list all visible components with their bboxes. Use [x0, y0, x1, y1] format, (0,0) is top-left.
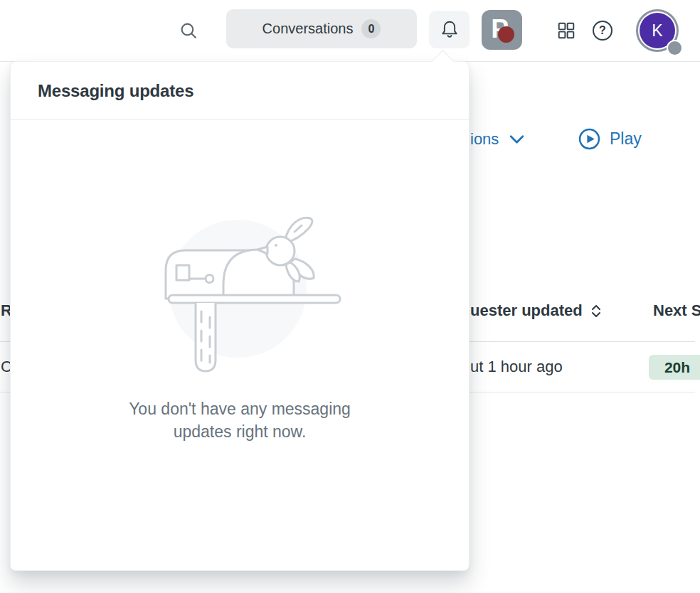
empty-state-message: You don't have any messaging updates rig… — [11, 397, 469, 443]
top-nav-bar: Conversations 0 P ? K — [0, 0, 700, 62]
search-icon — [179, 21, 198, 41]
bell-icon — [439, 18, 460, 41]
table-header-label: uester updated — [470, 301, 583, 320]
empty-state-line1: You don't have any messaging — [11, 397, 469, 420]
view-title-dropdown[interactable]: ions — [470, 130, 524, 149]
play-icon — [578, 128, 600, 150]
help-button[interactable]: ? — [593, 21, 612, 41]
notifications-button[interactable] — [429, 11, 470, 48]
grid-icon — [557, 21, 576, 40]
play-button-label: Play — [610, 129, 642, 149]
apps-grid-button[interactable] — [557, 21, 576, 40]
table-row-updated-time[interactable]: ut 1 hour ago — [470, 358, 563, 376]
popover-header: Messaging updates — [11, 62, 469, 120]
table-header-next-sla[interactable]: Next S — [653, 301, 700, 320]
messaging-updates-popover: Messaging updates — [10, 61, 470, 571]
notification-dot-icon — [498, 26, 514, 43]
table-header-requester-updated[interactable]: uester updated — [470, 301, 602, 320]
sort-icon — [590, 304, 602, 319]
popover-title: Messaging updates — [38, 81, 193, 101]
product-app-button[interactable]: P — [482, 10, 522, 50]
sla-badge: 20h — [649, 355, 700, 380]
chevron-down-icon — [509, 134, 524, 144]
conversations-button[interactable]: Conversations 0 — [226, 9, 417, 48]
conversations-count-badge: 0 — [361, 19, 381, 38]
question-mark-icon: ? — [599, 24, 606, 37]
empty-mailbox-illustration — [154, 210, 354, 381]
conversations-label: Conversations — [262, 21, 354, 37]
empty-state-line2: updates right now. — [11, 420, 469, 443]
app-window: ions Play R uester updated Next S C ut 1… — [0, 0, 700, 593]
view-title-fragment: ions — [470, 130, 499, 149]
status-dot-icon — [667, 40, 683, 56]
play-button[interactable]: Play — [578, 128, 642, 150]
search-button[interactable] — [179, 20, 202, 41]
